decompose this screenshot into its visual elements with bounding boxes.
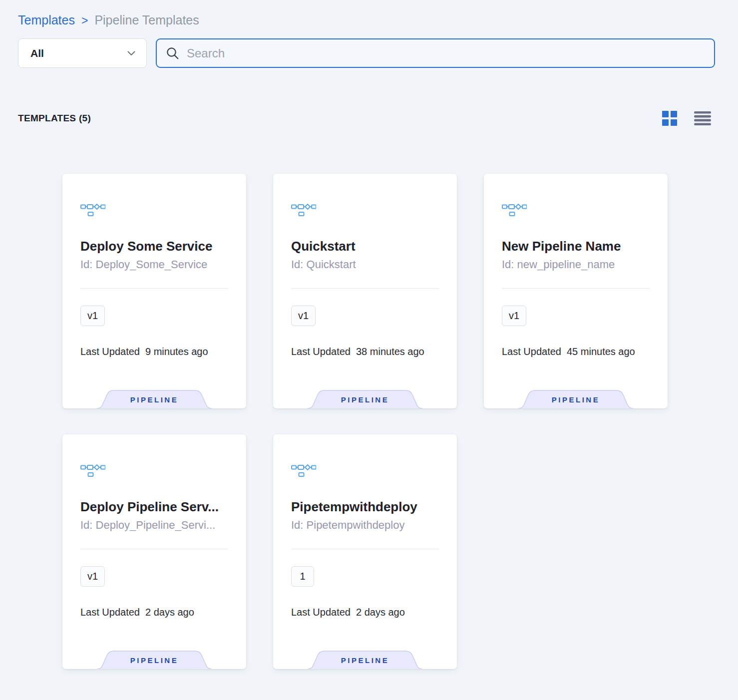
version-badge: v1 — [80, 566, 105, 587]
pipeline-templates-page: Templates > Pipeline Templates All TEMPL… — [0, 0, 738, 669]
template-card[interactable]: Quickstart Id: Quickstart v1 Last Update… — [273, 174, 457, 408]
template-card[interactable]: Deploy Pipeline Serv... Id: Deploy_Pipel… — [62, 434, 246, 669]
template-type-ribbon: PIPELINE — [97, 651, 212, 669]
search-icon — [166, 46, 179, 60]
breadcrumb: Templates > Pipeline Templates — [0, 0, 738, 27]
pipeline-icon — [80, 202, 228, 217]
scope-filter-value: All — [30, 47, 44, 59]
version-row: v1 — [502, 306, 650, 326]
version-row: v1 — [80, 566, 228, 587]
chevron-down-icon — [127, 51, 135, 56]
template-title: Deploy Pipeline Serv... — [80, 499, 228, 514]
list-view-button[interactable] — [694, 111, 711, 125]
version-row: 1 — [291, 566, 439, 587]
last-updated: Last Updated 2 days ago — [291, 607, 439, 618]
version-badge: v1 — [291, 306, 316, 326]
template-title: Quickstart — [291, 239, 439, 254]
template-card[interactable]: New Pipeline Name Id: new_pipeline_name … — [484, 174, 668, 408]
version-badge: v1 — [502, 306, 526, 326]
card-divider — [502, 288, 650, 289]
list-view-icon — [694, 111, 711, 125]
template-id: Id: Deploy_Pipeline_Servi... — [80, 519, 228, 532]
template-type-ribbon: PIPELINE — [97, 390, 212, 408]
version-badge: v1 — [80, 306, 105, 326]
template-card[interactable]: Pipetempwithdeploy Id: Pipetempwithdeplo… — [273, 434, 457, 669]
last-updated-label: Last Updated — [502, 346, 561, 357]
breadcrumb-templates-link[interactable]: Templates — [18, 13, 75, 27]
template-title: Pipetempwithdeploy — [291, 499, 439, 514]
scope-filter-select[interactable]: All — [18, 38, 147, 68]
template-card[interactable]: Deploy Some Service Id: Deploy_Some_Serv… — [62, 174, 246, 408]
search-box[interactable] — [156, 38, 715, 68]
template-id: Id: Quickstart — [291, 258, 439, 271]
last-updated: Last Updated 9 minutes ago — [80, 346, 228, 357]
last-updated-label: Last Updated — [80, 607, 140, 618]
pipeline-icon — [291, 202, 439, 217]
filter-bar: All — [18, 38, 715, 68]
card-divider — [80, 288, 228, 289]
card-divider — [80, 549, 228, 549]
last-updated-value: 9 minutes ago — [145, 346, 208, 357]
last-updated-label: Last Updated — [80, 346, 140, 357]
pipeline-icon — [291, 462, 439, 477]
last-updated-value: 2 days ago — [145, 607, 194, 618]
grid-view-icon — [662, 111, 677, 126]
templates-section-header: TEMPLATES (5) — [18, 111, 711, 126]
template-id: Id: new_pipeline_name — [502, 258, 650, 271]
template-type-ribbon: PIPELINE — [308, 390, 422, 408]
chevron-right-icon: > — [81, 13, 88, 27]
template-type-ribbon: PIPELINE — [308, 651, 422, 669]
version-row: v1 — [80, 306, 228, 326]
grid-view-button[interactable] — [662, 111, 677, 126]
template-id: Id: Deploy_Some_Service — [80, 258, 228, 271]
pipeline-icon — [502, 202, 650, 217]
last-updated-value: 45 minutes ago — [567, 346, 635, 357]
template-type-label: PIPELINE — [308, 395, 422, 404]
version-row: v1 — [291, 306, 439, 326]
template-title: Deploy Some Service — [80, 239, 228, 254]
card-divider — [291, 549, 439, 549]
last-updated-value: 38 minutes ago — [356, 346, 424, 357]
template-type-label: PIPELINE — [97, 656, 212, 665]
card-divider — [291, 288, 439, 289]
breadcrumb-current-page: Pipeline Templates — [94, 13, 199, 27]
template-grid: Deploy Some Service Id: Deploy_Some_Serv… — [62, 174, 738, 669]
last-updated: Last Updated 2 days ago — [80, 607, 228, 618]
template-type-ribbon: PIPELINE — [518, 390, 633, 408]
template-type-label: PIPELINE — [518, 395, 633, 404]
last-updated: Last Updated 38 minutes ago — [291, 346, 439, 357]
template-type-label: PIPELINE — [97, 395, 212, 404]
pipeline-icon — [80, 462, 228, 477]
template-type-label: PIPELINE — [308, 656, 422, 665]
version-badge: 1 — [291, 566, 314, 587]
last-updated-value: 2 days ago — [356, 607, 405, 618]
last-updated: Last Updated 45 minutes ago — [502, 346, 650, 357]
template-title: New Pipeline Name — [502, 239, 650, 254]
last-updated-label: Last Updated — [291, 607, 351, 618]
templates-count-heading: TEMPLATES (5) — [18, 113, 91, 124]
template-id: Id: Pipetempwithdeploy — [291, 519, 439, 532]
last-updated-label: Last Updated — [291, 346, 351, 357]
view-toggles — [662, 111, 711, 126]
search-input[interactable] — [187, 46, 705, 60]
